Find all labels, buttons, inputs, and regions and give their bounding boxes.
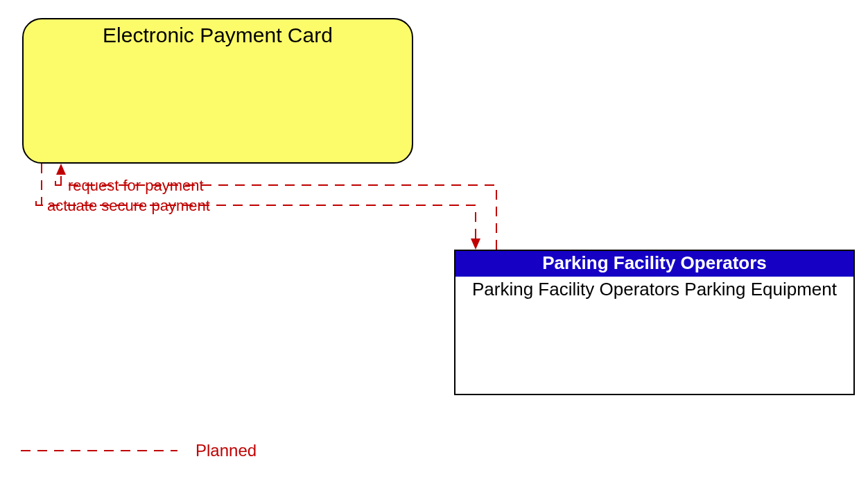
node-epc-title: Electronic Payment Card bbox=[24, 24, 412, 47]
diagram-stage: Electronic Payment Card Parking Facility… bbox=[0, 0, 868, 477]
flow-label-request-for-payment: request for payment bbox=[68, 177, 204, 195]
legend-label-planned: Planned bbox=[196, 441, 257, 460]
arrowhead-to-epc bbox=[56, 164, 66, 175]
node-parking-facility-operators: Parking Facility Operators Parking Facil… bbox=[454, 250, 855, 395]
node-electronic-payment-card: Electronic Payment Card bbox=[22, 18, 413, 164]
arrowhead-to-pfo bbox=[471, 238, 480, 250]
node-pfo-header: Parking Facility Operators bbox=[455, 251, 853, 277]
flow-label-actuate-secure-payment: actuate secure payment bbox=[47, 197, 210, 215]
flow-line-request-bracket bbox=[55, 180, 61, 185]
node-pfo-body: Parking Facility Operators Parking Equip… bbox=[455, 277, 853, 303]
flow-line-actuate-bracket bbox=[36, 200, 42, 205]
